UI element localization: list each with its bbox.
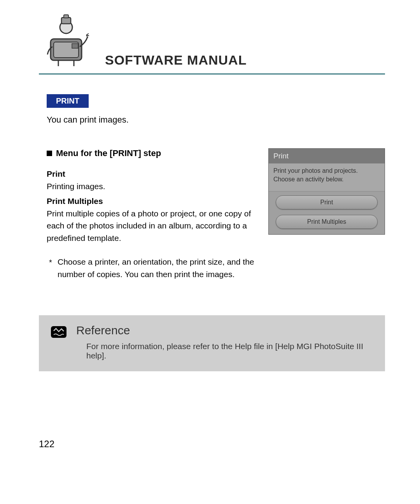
page-title: SOFTWARE MANUAL: [105, 53, 247, 70]
logo-illustration: [39, 12, 97, 70]
svg-rect-2: [72, 44, 78, 48]
menu-item-title: Print Multiples: [47, 197, 257, 206]
print-multiples-button[interactable]: Print Multiples: [276, 215, 378, 229]
page-header: SOFTWARE MANUAL: [39, 12, 385, 75]
print-panel-screenshot: Print Print your photos and projects. Ch…: [268, 148, 385, 235]
menu-heading: Menu for the [PRINT] step: [47, 148, 257, 158]
screenshot-title: Print: [269, 149, 385, 163]
section-intro: You can print images.: [47, 115, 385, 125]
note-item: Choose a printer, an orientation, the pr…: [47, 256, 257, 280]
svg-rect-6: [61, 18, 71, 24]
screenshot-subtitle: Print your photos and projects. Choose a…: [269, 163, 385, 191]
reference-box: Reference For more information, please r…: [39, 315, 385, 371]
reference-icon: [50, 324, 68, 340]
page-number: 122: [39, 439, 54, 450]
menu-item-desc: Printing images.: [47, 180, 257, 193]
menu-item-desc: Print multiple copies of a photo or proj…: [47, 207, 257, 244]
section-tag: PRINT: [47, 94, 89, 108]
screenshot-button-area: Print Print Multiples: [269, 191, 385, 234]
menu-item-title: Print: [47, 169, 257, 179]
manual-page: SOFTWARE MANUAL PRINT You can print imag…: [0, 0, 420, 371]
menu-heading-text: Menu for the [PRINT] step: [56, 148, 161, 158]
text-column: Menu for the [PRINT] step Print Printing…: [47, 148, 257, 280]
reference-title: Reference: [76, 324, 374, 337]
print-button[interactable]: Print: [276, 195, 378, 209]
mascot-icon: [39, 12, 97, 70]
reference-text: For more information, please refer to th…: [76, 342, 374, 360]
square-bullet-icon: [47, 151, 52, 156]
content-row: Menu for the [PRINT] step Print Printing…: [39, 148, 385, 280]
reference-content: Reference For more information, please r…: [76, 324, 374, 360]
svg-rect-7: [64, 15, 68, 18]
